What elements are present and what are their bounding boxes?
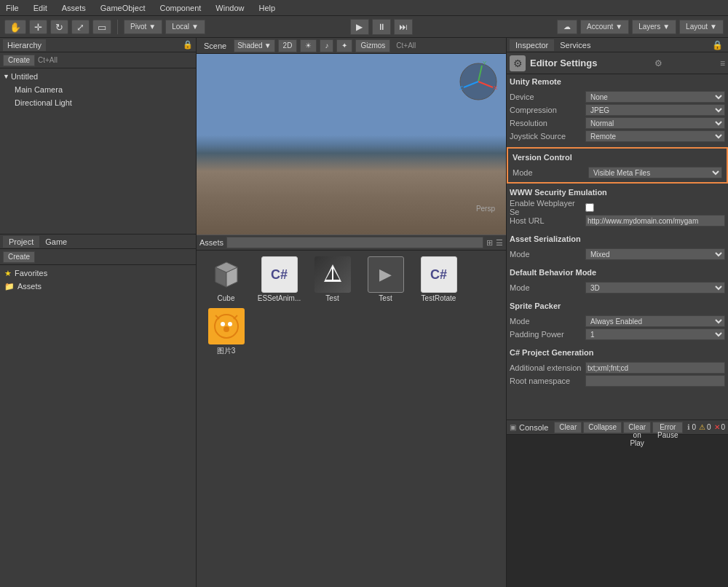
asset-serialization-content: Mode Mixed — [507, 246, 728, 262]
layers-button[interactable]: Layers ▼ — [632, 20, 676, 34]
sp-mode-row: Mode Always Enabled — [510, 315, 725, 328]
project-tab[interactable]: Project — [3, 236, 39, 248]
play-button[interactable]: ▶ — [350, 19, 369, 35]
svg-text:Z: Z — [459, 84, 463, 91]
console-error-pause-button[interactable]: Error Pause — [652, 422, 683, 433]
device-select[interactable]: None — [585, 91, 725, 103]
hierarchy-create-button[interactable]: Create — [3, 55, 35, 66]
hierarchy-tab[interactable]: Hierarchy — [3, 39, 46, 51]
scene-view[interactable]: Y X Z Persp — [197, 54, 506, 235]
cloud-button[interactable]: ☁ — [557, 20, 577, 34]
pause-button[interactable]: ⏸ — [372, 19, 391, 35]
asset-testrotate[interactable]: C# TestRotate — [415, 256, 462, 302]
settings-options-icon[interactable]: ⚙ — [654, 58, 662, 68]
game-tab[interactable]: Game — [39, 236, 73, 248]
rect-tool-button[interactable]: ▭ — [92, 20, 111, 34]
local-button[interactable]: Local ▼ — [165, 20, 205, 34]
unity-remote-header[interactable]: Unity Remote — [507, 74, 728, 89]
menu-assets[interactable]: Assets — [59, 2, 89, 14]
default-behavior-header[interactable]: Default Behavior Mode — [507, 265, 728, 280]
hierarchy-item-maincamera[interactable]: Main Camera — [0, 83, 196, 96]
db-mode-value: 3D — [585, 282, 725, 294]
asset-test-unity[interactable]: Test — [309, 256, 356, 302]
inspector-tab[interactable]: Inspector — [510, 39, 554, 51]
sprite-packer-content: Mode Always Enabled Padding Power — [507, 313, 728, 342]
sprite-svg — [212, 312, 241, 341]
favorites-item[interactable]: ★ Favorites — [1, 267, 194, 280]
maincamera-label: Main Camera — [15, 85, 63, 94]
hierarchy-scene-item[interactable]: ▼ Untitled — [0, 70, 196, 83]
move-tool-button[interactable]: ✛ — [29, 20, 47, 34]
host-url-input[interactable] — [585, 215, 725, 226]
menu-file[interactable]: File — [3, 2, 22, 14]
scale-tool-button[interactable]: ⤢ — [71, 20, 90, 34]
scene-gizmo: Y X Z — [456, 60, 500, 103]
csharp-icon-testrotate: C# — [421, 256, 457, 293]
version-control-header[interactable]: Version Control — [510, 150, 725, 165]
asset-essetanim[interactable]: C# ESSetAnim... — [256, 256, 303, 302]
compression-select[interactable]: JPEG — [585, 104, 725, 116]
menu-component[interactable]: Component — [157, 2, 204, 14]
scene-toolbar: Scene Shaded ▼ 2D ☀ ♪ ✦ Gizmos Ct+All — [197, 38, 506, 54]
menu-help[interactable]: Help — [256, 2, 278, 14]
console-clear-button[interactable]: Clear — [554, 422, 582, 433]
settings-more-icon[interactable]: ≡ — [720, 58, 725, 68]
hierarchy-content: ▼ Untitled Main Camera Directional Light — [0, 68, 196, 234]
vc-mode-select[interactable]: Visible Meta Files — [588, 167, 722, 178]
www-security-header[interactable]: WWW Security Emulation — [507, 185, 728, 200]
essetanim-icon: C# — [261, 256, 298, 293]
menu-gameobject[interactable]: GameObject — [98, 2, 149, 14]
hand-tool-button[interactable]: ✋ — [4, 20, 26, 34]
menu-edit[interactable]: Edit — [31, 2, 50, 14]
assets-list-item[interactable]: 📁 Assets — [1, 280, 194, 293]
enable-webplayer-checkbox[interactable] — [585, 203, 594, 212]
cg-extension-value — [585, 362, 725, 374]
as-mode-row: Mode Mixed — [510, 248, 725, 261]
shading-dropdown[interactable]: Shaded ▼ — [234, 39, 274, 52]
console-clear-on-play-button[interactable]: Clear on Play — [623, 422, 651, 433]
asset-test-play[interactable]: ▶ Test — [362, 256, 409, 302]
lighting-button[interactable]: ☀ — [300, 39, 317, 52]
assets-icon-1[interactable]: ⊞ — [486, 238, 493, 248]
inspector-lock-icon[interactable]: 🔒 — [710, 39, 725, 51]
cg-extension-input[interactable] — [585, 362, 725, 374]
assets-search-input[interactable] — [226, 237, 483, 248]
services-tab[interactable]: Services — [554, 39, 596, 51]
effects-button[interactable]: ✦ — [336, 39, 352, 52]
hierarchy-item-directionallight[interactable]: Directional Light — [0, 96, 196, 109]
hierarchy-lock-icon: 🔒 — [183, 40, 193, 50]
layers-arrow: ▼ — [662, 23, 670, 31]
console-collapse-button[interactable]: Collapse — [583, 422, 622, 433]
resolution-select[interactable]: Normal — [585, 117, 725, 129]
scene-tab[interactable]: Scene — [199, 40, 231, 52]
joystick-row: Joystick Source Remote — [510, 130, 725, 143]
assets-icon-2[interactable]: ☰ — [496, 238, 503, 248]
csharp-generation-header[interactable]: C# Project Generation — [507, 345, 728, 360]
asset-sprite3[interactable]: 图片3 — [202, 308, 250, 356]
asset-serialization-header[interactable]: Asset Serialization — [507, 232, 728, 246]
asset-cube[interactable]: Cube — [202, 256, 250, 302]
account-button[interactable]: Account ▼ — [580, 20, 629, 34]
step-button[interactable]: ⏭ — [394, 19, 413, 35]
host-url-value — [585, 215, 725, 226]
project-create-button[interactable]: Create — [3, 251, 35, 263]
sp-padding-select[interactable]: 1 — [585, 328, 725, 340]
pivot-button[interactable]: Pivot ▼ — [124, 20, 162, 34]
cg-namespace-input[interactable] — [585, 375, 725, 387]
pivot-label: Pivot — [130, 23, 146, 31]
as-mode-select[interactable]: Mixed — [585, 248, 725, 260]
default-behavior-content: Mode 3D — [507, 280, 728, 296]
layout-button[interactable]: Layout ▼ — [679, 20, 724, 34]
sprite-packer-header[interactable]: Sprite Packer — [507, 299, 728, 313]
resolution-label: Resolution — [510, 119, 582, 127]
menu-window[interactable]: Window — [213, 2, 247, 14]
sp-mode-select[interactable]: Always Enabled — [585, 315, 725, 327]
assets-toolbar: Assets ⊞ ☰ — [197, 235, 506, 251]
rotate-tool-button[interactable]: ↻ — [50, 20, 68, 34]
db-mode-select[interactable]: 3D — [585, 282, 725, 294]
audio-button[interactable]: ♪ — [320, 39, 333, 52]
gizmos-button[interactable]: Gizmos — [355, 39, 390, 52]
svg-point-18 — [223, 326, 229, 332]
joystick-select[interactable]: Remote — [585, 130, 725, 142]
2d-button[interactable]: 2D — [278, 39, 298, 52]
